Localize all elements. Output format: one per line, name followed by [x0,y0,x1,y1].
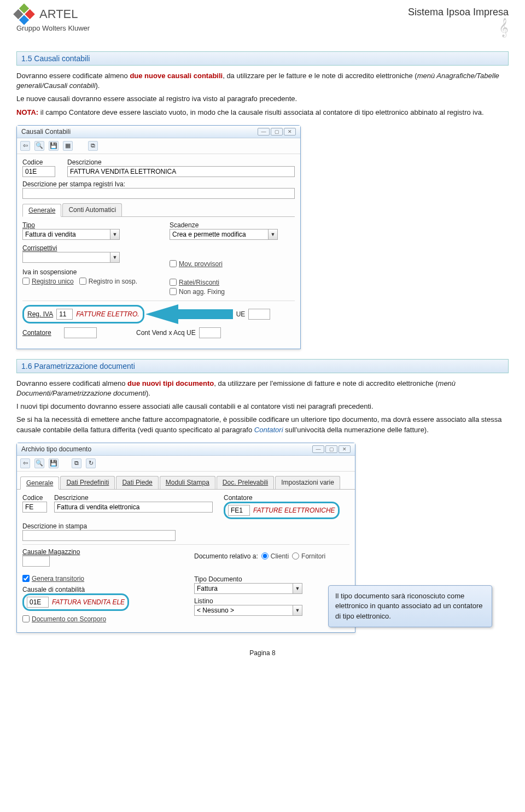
sec16-para3: Se si ha la necessità di emettere anche … [16,415,509,434]
brand-name: ARTEL [39,7,78,21]
save-icon[interactable]: 💾 [49,141,59,151]
combo-listino[interactable]: ▼ [194,605,349,616]
section-heading-15: 1.5 Causali contabili [16,51,509,66]
input-corrispettivi[interactable] [22,252,110,263]
dropdown-icon[interactable]: ▼ [110,252,120,263]
input-ue[interactable] [248,309,270,320]
label-tipo-documento: Tipo Documento [194,575,349,583]
chk-documento-scorporo[interactable]: Documento con Scorporo [22,615,178,623]
highlight-causale-cont: FATTURA VENDITA ELE [22,593,129,611]
chk-registro-unico[interactable]: Registro unico [22,278,74,285]
input-listino[interactable] [194,605,293,616]
search-icon[interactable]: 🔍 [34,141,44,151]
arrow-left-icon [148,304,233,324]
input-causcont-code[interactable] [27,597,49,608]
combo-tipo[interactable]: ▼ [22,229,148,240]
tabs: Generale Conti Automatici [22,203,295,217]
back-icon[interactable]: ⇦ [20,458,30,468]
label-descrizione: Descrizione [54,494,213,502]
combo-tipo-documento[interactable]: ▼ [194,583,349,594]
input-scadenze[interactable] [170,229,268,240]
combo-corrispettivi[interactable]: ▼ [22,252,148,263]
input-causale-magazzino[interactable] [22,556,50,567]
label-descr-stampa-iva: Descrizione per stampa registri Iva: [22,180,295,188]
back-icon[interactable]: ⇦ [20,141,30,151]
titlebar: Archivio tipo documento — ▢ ✕ [17,443,355,456]
sec16-para1: Dovranno essere codificati almeno due nu… [16,379,509,398]
maximize-button[interactable]: ▢ [325,445,337,453]
chk-mov-provvisori[interactable]: Mov. provvisori [170,260,295,268]
input-descrizione[interactable] [54,502,213,513]
label-descrizione: Descrizione [67,158,295,166]
sec15-para1: Dovranno essere codificate almeno due nu… [16,71,509,91]
chk-registro-sosp[interactable]: Registro in sosp. [79,278,137,285]
dropdown-icon[interactable]: ▼ [293,605,302,616]
minimize-button[interactable]: — [312,445,324,453]
label-causale-contabilita: Causale di contabilità [22,586,178,593]
tab-generale[interactable]: Generale [22,204,61,217]
section-heading-16: 1.6 Parametrizzazione documenti [16,359,509,373]
tabs: Generale Dati Predefiniti Dati Piede Mod… [17,476,355,490]
combo-scadenze[interactable]: ▼ [170,229,295,240]
label-reg-iva: Reg. IVA [27,310,53,318]
header-right: Sistema Ipsoa Impresa 𝄞 [408,7,509,37]
input-regiva-num[interactable] [56,309,73,320]
label-contatore: Contatore [22,329,61,337]
dropdown-icon[interactable]: ▼ [110,229,120,240]
label-codice: Codice [22,158,61,166]
label-iva-sospensione: Iva in sospensione [22,268,148,276]
tab-dati-predefiniti[interactable]: Dati Predefiniti [60,476,115,489]
input-contatore[interactable] [64,327,97,338]
minimize-button[interactable]: — [258,128,270,136]
refresh-icon[interactable]: ↻ [86,458,96,468]
highlight-reg-iva: Reg. IVA FATTURE ELETTRO. [22,305,144,323]
tab-impostazioni-varie[interactable]: Impostazioni varie [275,476,340,489]
copy-icon[interactable]: ⧉ [88,141,98,151]
input-descr-stampa[interactable] [22,530,176,541]
maximize-button[interactable]: ▢ [271,128,283,136]
chk-ratei-risconti[interactable]: Ratei/Risconti [170,279,295,286]
system-title: Sistema Ipsoa Impresa [408,7,509,18]
window-title: Causali Contabili [21,128,71,136]
titlebar: Causali Contabili — ▢ ✕ [17,126,300,138]
close-button[interactable]: ✕ [284,128,296,136]
causcont-desc: FATTURA VENDITA ELE [52,598,125,606]
regiva-desc: FATTURE ELETTRO. [76,310,139,318]
callout-box: Il tipo documento sarà riconosciuto come… [328,585,492,627]
chk-non-agg-fixing[interactable]: Non agg. Fixing [170,288,295,296]
radio-fornitori[interactable]: Fornitori [292,552,325,560]
tab-generale[interactable]: Generale [20,476,59,490]
label-contatore: Contatore [224,494,349,502]
input-contatore-code[interactable] [228,505,250,516]
decorative-music-icon: 𝄞 [408,18,509,37]
input-contvend[interactable] [199,327,221,338]
tab-doc-prelevabili[interactable]: Doc. Prelevabili [217,476,274,489]
save-icon[interactable]: 💾 [49,458,59,468]
window-controls: — ▢ ✕ [312,445,351,453]
label-contvend: Cont Vend x Acq UE [136,329,196,337]
contatore-desc: FATTURE ELETTRONICHE [253,507,335,514]
input-tipo[interactable] [22,229,110,240]
tab-moduli-stampa[interactable]: Moduli Stampa [160,476,215,489]
grid-icon[interactable]: ▦ [63,141,73,151]
input-tipo-documento[interactable] [194,583,293,594]
brand-block: ARTEL Gruppo Wolters Kluwer [16,7,90,32]
input-codice[interactable] [22,166,55,177]
input-descr-stampa-iva[interactable] [22,188,295,199]
tab-conti-automatici[interactable]: Conti Automatici [62,203,122,216]
window-title: Archivio tipo documento [21,445,91,453]
close-button[interactable]: ✕ [339,445,351,453]
page-footer: Pagina 8 [16,649,509,657]
highlight-contatore: FATTURE ELETTRONICHE [224,502,340,519]
copy-icon[interactable]: ⧉ [72,458,81,468]
input-codice[interactable] [22,502,47,513]
tab-dati-piede[interactable]: Dati Piede [116,476,158,489]
window-archivio-tipo-documento: Archivio tipo documento — ▢ ✕ ⇦ 🔍 💾 ⧉ ↻ … [16,443,355,633]
dropdown-icon[interactable]: ▼ [268,229,278,240]
dropdown-icon[interactable]: ▼ [293,583,302,594]
input-descrizione[interactable] [67,166,295,177]
radio-clienti[interactable]: Clienti [261,552,289,560]
search-icon[interactable]: 🔍 [34,458,44,468]
label-listino: Listino [194,597,349,605]
chk-genera-transitorio[interactable]: Genera transitorio [22,575,178,582]
